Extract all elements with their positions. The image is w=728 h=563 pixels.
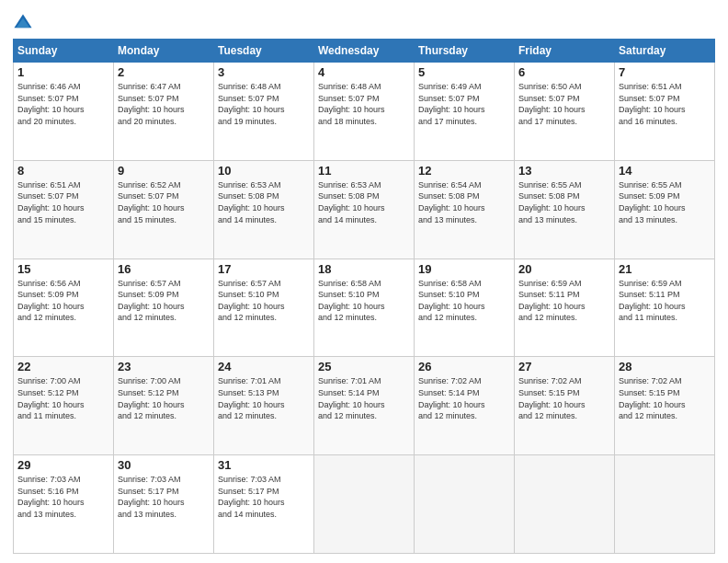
day-number: 30 bbox=[118, 458, 210, 472]
day-info: Sunrise: 6:53 AM Sunset: 5:08 PM Dayligh… bbox=[318, 179, 410, 225]
day-info: Sunrise: 6:48 AM Sunset: 5:07 PM Dayligh… bbox=[318, 81, 410, 127]
day-number: 7 bbox=[619, 65, 711, 79]
column-header-monday: Monday bbox=[114, 40, 214, 63]
day-info: Sunrise: 6:58 AM Sunset: 5:10 PM Dayligh… bbox=[418, 278, 510, 324]
day-number: 20 bbox=[518, 262, 610, 276]
calendar-day-cell: 20Sunrise: 6:59 AM Sunset: 5:11 PM Dayli… bbox=[515, 259, 615, 357]
header bbox=[13, 9, 715, 33]
day-number: 1 bbox=[17, 65, 109, 79]
calendar-day-cell: 2Sunrise: 6:47 AM Sunset: 5:07 PM Daylig… bbox=[114, 63, 214, 161]
day-number: 9 bbox=[118, 164, 210, 178]
calendar-day-cell: 7Sunrise: 6:51 AM Sunset: 5:07 PM Daylig… bbox=[615, 63, 715, 161]
calendar-day-cell: 26Sunrise: 7:02 AM Sunset: 5:14 PM Dayli… bbox=[415, 357, 515, 455]
day-number: 15 bbox=[17, 262, 109, 276]
day-number: 31 bbox=[218, 458, 310, 472]
day-info: Sunrise: 7:02 AM Sunset: 5:15 PM Dayligh… bbox=[619, 375, 711, 421]
day-info: Sunrise: 6:58 AM Sunset: 5:10 PM Dayligh… bbox=[318, 278, 410, 324]
calendar-day-cell: 12Sunrise: 6:54 AM Sunset: 5:08 PM Dayli… bbox=[415, 160, 515, 259]
column-header-tuesday: Tuesday bbox=[214, 40, 314, 63]
day-number: 13 bbox=[518, 164, 610, 178]
calendar-header-row: SundayMondayTuesdayWednesdayThursdayFrid… bbox=[14, 40, 715, 63]
day-info: Sunrise: 7:01 AM Sunset: 5:14 PM Dayligh… bbox=[318, 375, 410, 421]
calendar-day-cell: 30Sunrise: 7:03 AM Sunset: 5:17 PM Dayli… bbox=[114, 455, 214, 554]
day-number: 23 bbox=[118, 360, 210, 373]
day-number: 5 bbox=[418, 65, 510, 79]
calendar-day-cell: 8Sunrise: 6:51 AM Sunset: 5:07 PM Daylig… bbox=[14, 160, 114, 259]
day-info: Sunrise: 6:54 AM Sunset: 5:08 PM Dayligh… bbox=[418, 179, 510, 225]
calendar-day-cell: 16Sunrise: 6:57 AM Sunset: 5:09 PM Dayli… bbox=[114, 259, 214, 357]
day-number: 28 bbox=[619, 360, 711, 373]
column-header-thursday: Thursday bbox=[415, 40, 515, 63]
column-header-saturday: Saturday bbox=[615, 40, 715, 63]
day-info: Sunrise: 6:55 AM Sunset: 5:09 PM Dayligh… bbox=[619, 179, 711, 225]
calendar-day-cell bbox=[515, 455, 615, 554]
day-info: Sunrise: 7:03 AM Sunset: 5:16 PM Dayligh… bbox=[17, 474, 109, 520]
day-info: Sunrise: 7:00 AM Sunset: 5:12 PM Dayligh… bbox=[17, 375, 109, 421]
calendar-day-cell: 15Sunrise: 6:56 AM Sunset: 5:09 PM Dayli… bbox=[14, 259, 114, 357]
day-info: Sunrise: 6:50 AM Sunset: 5:07 PM Dayligh… bbox=[518, 81, 610, 127]
day-info: Sunrise: 6:57 AM Sunset: 5:10 PM Dayligh… bbox=[218, 278, 310, 324]
calendar-day-cell: 21Sunrise: 6:59 AM Sunset: 5:11 PM Dayli… bbox=[615, 259, 715, 357]
day-info: Sunrise: 7:01 AM Sunset: 5:13 PM Dayligh… bbox=[218, 375, 310, 421]
calendar-day-cell: 9Sunrise: 6:52 AM Sunset: 5:07 PM Daylig… bbox=[114, 160, 214, 259]
day-info: Sunrise: 7:03 AM Sunset: 5:17 PM Dayligh… bbox=[118, 474, 210, 520]
day-info: Sunrise: 7:03 AM Sunset: 5:17 PM Dayligh… bbox=[218, 474, 310, 520]
day-number: 8 bbox=[17, 164, 109, 178]
calendar-day-cell: 27Sunrise: 7:02 AM Sunset: 5:15 PM Dayli… bbox=[515, 357, 615, 455]
day-number: 24 bbox=[218, 360, 310, 373]
day-number: 22 bbox=[17, 360, 109, 373]
day-info: Sunrise: 6:57 AM Sunset: 5:09 PM Dayligh… bbox=[118, 278, 210, 324]
calendar-day-cell: 5Sunrise: 6:49 AM Sunset: 5:07 PM Daylig… bbox=[415, 63, 515, 161]
calendar-day-cell: 1Sunrise: 6:46 AM Sunset: 5:07 PM Daylig… bbox=[14, 63, 114, 161]
day-number: 6 bbox=[518, 65, 610, 79]
day-info: Sunrise: 6:51 AM Sunset: 5:07 PM Dayligh… bbox=[17, 179, 109, 225]
calendar-day-cell: 24Sunrise: 7:01 AM Sunset: 5:13 PM Dayli… bbox=[214, 357, 314, 455]
calendar-day-cell bbox=[415, 455, 515, 554]
calendar-day-cell: 25Sunrise: 7:01 AM Sunset: 5:14 PM Dayli… bbox=[314, 357, 415, 455]
day-number: 21 bbox=[619, 262, 711, 276]
column-header-friday: Friday bbox=[515, 40, 615, 63]
calendar-day-cell: 19Sunrise: 6:58 AM Sunset: 5:10 PM Dayli… bbox=[415, 259, 515, 357]
calendar-day-cell bbox=[615, 455, 715, 554]
day-number: 19 bbox=[418, 262, 510, 276]
calendar-day-cell: 10Sunrise: 6:53 AM Sunset: 5:08 PM Dayli… bbox=[214, 160, 314, 259]
day-info: Sunrise: 7:02 AM Sunset: 5:14 PM Dayligh… bbox=[418, 375, 510, 421]
calendar-day-cell: 22Sunrise: 7:00 AM Sunset: 5:12 PM Dayli… bbox=[14, 357, 114, 455]
day-info: Sunrise: 6:51 AM Sunset: 5:07 PM Dayligh… bbox=[619, 81, 711, 127]
page-container: SundayMondayTuesdayWednesdayThursdayFrid… bbox=[0, 0, 728, 563]
calendar-day-cell: 3Sunrise: 6:48 AM Sunset: 5:07 PM Daylig… bbox=[214, 63, 314, 161]
day-number: 18 bbox=[318, 262, 410, 276]
day-number: 26 bbox=[418, 360, 510, 373]
day-info: Sunrise: 6:59 AM Sunset: 5:11 PM Dayligh… bbox=[518, 278, 610, 324]
day-number: 27 bbox=[518, 360, 610, 373]
calendar-day-cell: 14Sunrise: 6:55 AM Sunset: 5:09 PM Dayli… bbox=[615, 160, 715, 259]
day-info: Sunrise: 7:00 AM Sunset: 5:12 PM Dayligh… bbox=[118, 375, 210, 421]
day-info: Sunrise: 6:59 AM Sunset: 5:11 PM Dayligh… bbox=[619, 278, 711, 324]
logo bbox=[13, 13, 37, 33]
day-info: Sunrise: 6:52 AM Sunset: 5:07 PM Dayligh… bbox=[118, 179, 210, 225]
logo-icon bbox=[13, 13, 33, 33]
calendar-week-row: 22Sunrise: 7:00 AM Sunset: 5:12 PM Dayli… bbox=[14, 357, 715, 455]
day-info: Sunrise: 6:47 AM Sunset: 5:07 PM Dayligh… bbox=[118, 81, 210, 127]
calendar-day-cell bbox=[314, 455, 415, 554]
column-header-sunday: Sunday bbox=[14, 40, 114, 63]
calendar-day-cell: 28Sunrise: 7:02 AM Sunset: 5:15 PM Dayli… bbox=[615, 357, 715, 455]
calendar-day-cell: 31Sunrise: 7:03 AM Sunset: 5:17 PM Dayli… bbox=[214, 455, 314, 554]
calendar-week-row: 29Sunrise: 7:03 AM Sunset: 5:16 PM Dayli… bbox=[14, 455, 715, 554]
day-number: 16 bbox=[118, 262, 210, 276]
day-info: Sunrise: 6:46 AM Sunset: 5:07 PM Dayligh… bbox=[17, 81, 109, 127]
calendar-day-cell: 29Sunrise: 7:03 AM Sunset: 5:16 PM Dayli… bbox=[14, 455, 114, 554]
calendar-week-row: 1Sunrise: 6:46 AM Sunset: 5:07 PM Daylig… bbox=[14, 63, 715, 161]
day-info: Sunrise: 6:48 AM Sunset: 5:07 PM Dayligh… bbox=[218, 81, 310, 127]
calendar-week-row: 8Sunrise: 6:51 AM Sunset: 5:07 PM Daylig… bbox=[14, 160, 715, 259]
calendar-day-cell: 6Sunrise: 6:50 AM Sunset: 5:07 PM Daylig… bbox=[515, 63, 615, 161]
calendar-day-cell: 11Sunrise: 6:53 AM Sunset: 5:08 PM Dayli… bbox=[314, 160, 415, 259]
day-number: 14 bbox=[619, 164, 711, 178]
day-number: 29 bbox=[17, 458, 109, 472]
day-info: Sunrise: 7:02 AM Sunset: 5:15 PM Dayligh… bbox=[518, 375, 610, 421]
day-number: 3 bbox=[218, 65, 310, 79]
day-number: 4 bbox=[318, 65, 410, 79]
day-number: 2 bbox=[118, 65, 210, 79]
calendar-week-row: 15Sunrise: 6:56 AM Sunset: 5:09 PM Dayli… bbox=[14, 259, 715, 357]
day-info: Sunrise: 6:49 AM Sunset: 5:07 PM Dayligh… bbox=[418, 81, 510, 127]
